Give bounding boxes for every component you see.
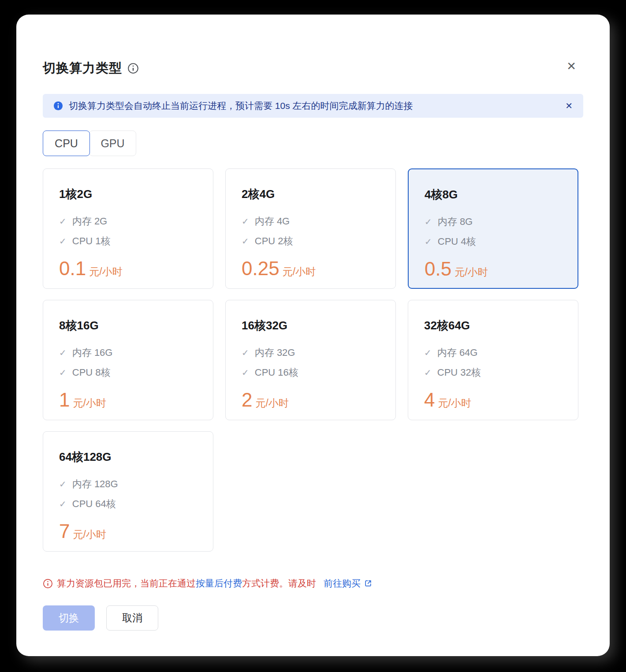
spec-card-2c4g[interactable]: 2核4G ✓内存 4G ✓CPU 2核 0.25元/小时 — [225, 168, 396, 289]
check-icon: ✓ — [242, 367, 249, 378]
spec-card-32c64g[interactable]: 32核64G ✓内存 64G ✓CPU 32核 4元/小时 — [408, 300, 578, 420]
close-icon[interactable]: ✕ — [566, 60, 576, 72]
card-title: 1核2G — [59, 187, 197, 202]
spec-memory: 内存 128G — [72, 478, 118, 491]
switch-compute-type-dialog: 切换算力类型 ✕ 切换算力类型会自动终止当前运行进程，预计需要 10s 左右的时… — [16, 15, 610, 656]
go-purchase-label: 前往购买 — [324, 577, 361, 590]
check-icon: ✓ — [425, 217, 432, 227]
price-unit: 元/小时 — [455, 265, 488, 279]
spec-card-4c8g-selected[interactable]: 4核8G ✓内存 8G ✓CPU 4核 0.5元/小时 — [408, 168, 578, 289]
check-icon: ✓ — [425, 236, 432, 247]
warning-segment: 算力资源包已用完，当前正在通过 — [57, 578, 196, 588]
switch-button[interactable]: 切换 — [43, 605, 95, 631]
external-link-icon — [364, 579, 373, 588]
price-value: 1 — [59, 389, 70, 411]
price-value: 0.1 — [59, 258, 86, 280]
spec-cpu: CPU 64核 — [72, 497, 116, 511]
price-value: 2 — [242, 389, 252, 411]
check-icon: ✓ — [59, 367, 67, 378]
price-value: 0.5 — [425, 258, 451, 280]
warning-text: 算力资源包已用完，当前正在通过按量后付费方式计费。请及时 — [57, 577, 316, 590]
info-banner: 切换算力类型会自动终止当前运行进程，预计需要 10s 左右的时间完成新算力的连接… — [43, 94, 583, 118]
price-unit: 元/小时 — [73, 396, 106, 410]
price-value: 7 — [59, 520, 70, 542]
check-icon: ✓ — [59, 479, 67, 489]
banner-close-icon[interactable]: ✕ — [565, 101, 573, 111]
spec-memory: 内存 8G — [438, 215, 473, 228]
price-unit: 元/小时 — [89, 265, 122, 279]
info-icon[interactable] — [127, 63, 139, 74]
card-title: 64核128G — [59, 449, 197, 465]
check-icon: ✓ — [59, 347, 67, 358]
spec-cpu: CPU 16核 — [255, 366, 298, 379]
quota-warning: 算力资源包已用完，当前正在通过按量后付费方式计费。请及时 前往购买 — [43, 577, 583, 590]
spec-card-1c2g[interactable]: 1核2G ✓内存 2G ✓CPU 1核 0.1元/小时 — [43, 168, 213, 289]
warning-segment: 方式计费。请及时 — [242, 578, 316, 588]
spec-memory: 内存 4G — [255, 215, 290, 228]
price-unit: 元/小时 — [73, 528, 106, 541]
check-icon: ✓ — [424, 367, 432, 378]
dialog-actions: 切换 取消 — [43, 605, 583, 631]
spec-memory: 内存 32G — [255, 346, 295, 359]
go-purchase-link[interactable]: 前往购买 — [324, 577, 373, 590]
banner-info-icon — [53, 101, 63, 111]
check-icon: ✓ — [242, 347, 249, 358]
spec-cpu: CPU 4核 — [438, 235, 476, 248]
check-icon: ✓ — [59, 216, 67, 227]
spec-cpu: CPU 2核 — [255, 235, 293, 248]
spec-card-16c32g[interactable]: 16核32G ✓内存 32G ✓CPU 16核 2元/小时 — [225, 300, 396, 420]
card-title: 2核4G — [242, 187, 380, 202]
dialog-title: 切换算力类型 — [43, 60, 122, 77]
price-unit: 元/小时 — [283, 265, 316, 279]
card-title: 16核32G — [242, 318, 380, 333]
spec-memory: 内存 64G — [437, 346, 478, 359]
price-value: 4 — [424, 389, 435, 411]
card-title: 4核8G — [425, 187, 562, 202]
card-title: 8核16G — [59, 318, 197, 333]
spec-card-8c16g[interactable]: 8核16G ✓内存 16G ✓CPU 8核 1元/小时 — [43, 300, 213, 420]
check-icon: ✓ — [242, 236, 249, 246]
card-title: 32核64G — [424, 318, 562, 333]
warning-info-icon — [43, 579, 53, 589]
spec-card-grid: 1核2G ✓内存 2G ✓CPU 1核 0.1元/小时 2核4G ✓内存 4G … — [43, 168, 583, 552]
price-value: 0.25 — [242, 258, 279, 280]
cancel-button[interactable]: 取消 — [106, 605, 158, 631]
spec-cpu: CPU 32核 — [437, 366, 481, 379]
price-unit: 元/小时 — [255, 396, 288, 410]
postpaid-billing-link[interactable]: 按量后付费 — [196, 578, 242, 588]
spec-cpu: CPU 1核 — [72, 235, 111, 248]
check-icon: ✓ — [424, 347, 432, 358]
price-unit: 元/小时 — [438, 396, 471, 410]
tab-gpu[interactable]: GPU — [89, 131, 136, 156]
spec-card-64c128g[interactable]: 64核128G ✓内存 128G ✓CPU 64核 7元/小时 — [43, 431, 213, 552]
banner-message: 切换算力类型会自动终止当前运行进程，预计需要 10s 左右的时间完成新算力的连接 — [69, 100, 559, 112]
compute-type-tabs: CPU GPU — [43, 131, 583, 156]
check-icon: ✓ — [242, 216, 249, 227]
dialog-header: 切换算力类型 ✕ — [43, 60, 583, 77]
check-icon: ✓ — [59, 236, 67, 246]
check-icon: ✓ — [59, 499, 67, 509]
tab-cpu[interactable]: CPU — [43, 131, 90, 156]
spec-cpu: CPU 8核 — [72, 366, 111, 379]
spec-memory: 内存 2G — [72, 215, 107, 228]
spec-memory: 内存 16G — [72, 346, 113, 359]
